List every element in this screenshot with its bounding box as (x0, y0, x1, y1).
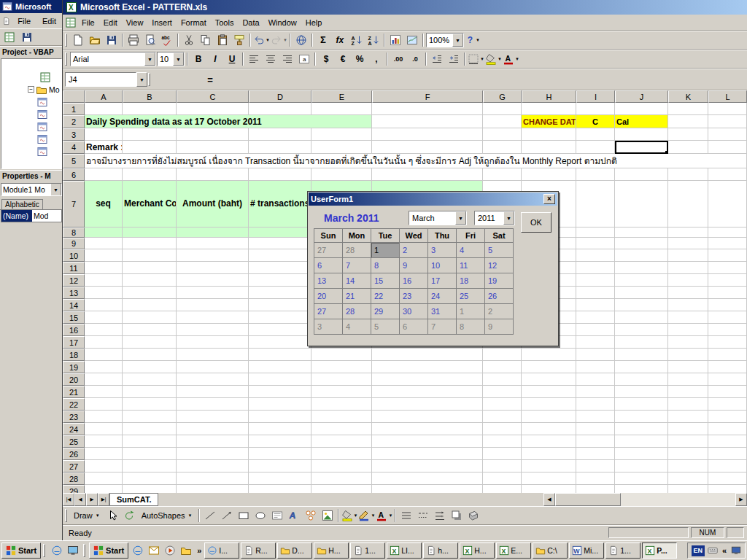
cell-L10[interactable] (708, 249, 747, 262)
column-header-B[interactable]: B (123, 90, 177, 103)
text-box-button[interactable] (269, 508, 285, 523)
cell-B29[interactable] (123, 485, 177, 493)
name-box-dropdown-icon[interactable]: ▼ (136, 72, 147, 87)
calendar-day-cell[interactable]: 2 (485, 304, 514, 319)
row-header-10[interactable]: 10 (63, 249, 85, 262)
cell-C9[interactable] (177, 238, 249, 249)
cell-L12[interactable] (708, 274, 747, 287)
print-button[interactable] (125, 33, 142, 47)
column-header-L[interactable]: L (708, 90, 747, 103)
cell-I8[interactable] (576, 228, 615, 238)
calendar-day-cell[interactable]: 7 (343, 258, 371, 273)
task-button[interactable]: h... (423, 542, 458, 559)
taskbar-icon-media-player[interactable] (162, 542, 178, 559)
vba-tree-item-modules-folder[interactable]: − Mo (1, 83, 61, 96)
cell-D17[interactable] (249, 336, 311, 349)
calendar-day-cell[interactable]: 30 (400, 304, 428, 319)
cell-E29[interactable] (311, 485, 372, 493)
cell-J12[interactable] (615, 274, 668, 287)
cell-L3[interactable] (708, 128, 747, 141)
tray-expand-icon[interactable]: « (721, 546, 728, 555)
cell-L27[interactable] (708, 460, 747, 472)
calendar-day-cell[interactable]: 12 (485, 258, 514, 273)
arrow-style-button[interactable] (432, 508, 448, 523)
cell-H19[interactable] (522, 361, 576, 373)
task-button[interactable]: R... (241, 542, 276, 559)
select-all-button[interactable] (63, 90, 85, 103)
cell-I12[interactable] (576, 274, 615, 287)
name-box[interactable]: J4 (65, 72, 136, 87)
row-header-8[interactable]: 8 (63, 228, 85, 238)
cell-C3[interactable] (177, 128, 249, 141)
language-indicator[interactable]: EN (692, 545, 705, 556)
cell-A16[interactable] (85, 324, 123, 336)
cell-G19[interactable] (483, 361, 522, 373)
rectangle-button[interactable] (236, 508, 252, 523)
cell-E27[interactable] (311, 460, 372, 472)
cell-B14[interactable] (123, 299, 177, 311)
cell-H29[interactable] (522, 485, 576, 493)
cell-C21[interactable] (177, 386, 249, 398)
cell-C18[interactable] (177, 349, 249, 361)
row-header-29[interactable]: 29 (63, 485, 85, 493)
previous-sheet-button[interactable]: ◀ (74, 493, 86, 506)
row-header-20[interactable]: 20 (63, 373, 85, 386)
cell-J4[interactable] (615, 141, 668, 154)
cell-A6[interactable] (85, 168, 123, 181)
cell-L1[interactable] (708, 103, 747, 115)
cell-F4[interactable] (372, 141, 483, 154)
cell-K14[interactable] (668, 299, 708, 311)
cell-C26[interactable] (177, 448, 249, 460)
calendar-day-cell[interactable]: 9 (485, 319, 514, 335)
cell-B15[interactable] (123, 311, 177, 324)
cell-F25[interactable] (372, 435, 483, 448)
row-header-7[interactable]: 7 (63, 181, 85, 228)
save-button[interactable] (19, 30, 35, 44)
cell-D12[interactable] (249, 274, 311, 287)
cell-L6[interactable] (708, 168, 747, 181)
calendar-day-cell[interactable]: 2 (400, 243, 428, 258)
cell-A12[interactable] (85, 274, 123, 287)
cell-L19[interactable] (708, 361, 747, 373)
cell-L26[interactable] (708, 448, 747, 460)
cell-F23[interactable] (372, 411, 483, 423)
cell-B17[interactable] (123, 336, 177, 349)
cell-C23[interactable] (177, 411, 249, 423)
cell-F6[interactable] (372, 168, 483, 181)
cell-D1[interactable] (249, 103, 311, 115)
cell-K3[interactable] (668, 128, 708, 141)
cell-K11[interactable] (668, 262, 708, 274)
cell-L11[interactable] (708, 262, 747, 274)
cell-B22[interactable] (123, 398, 177, 411)
chevron-down-icon[interactable]: ▼ (476, 38, 480, 42)
cell-K27[interactable] (668, 460, 708, 472)
cell-J10[interactable] (615, 249, 668, 262)
row-header-6[interactable]: 6 (63, 168, 85, 181)
cell-D18[interactable] (249, 349, 311, 361)
chevron-down-icon[interactable]: ▼ (388, 513, 392, 518)
cell-B23[interactable] (123, 411, 177, 423)
cell-J28[interactable] (615, 472, 668, 485)
row-header-26[interactable]: 26 (63, 448, 85, 460)
column-header-K[interactable]: K (668, 90, 708, 103)
cell-L29[interactable] (708, 485, 747, 493)
font-color-button[interactable]: A▼ (503, 52, 519, 66)
cell-F24[interactable] (372, 423, 483, 435)
row-header-18[interactable]: 18 (63, 349, 85, 361)
cell-C25[interactable] (177, 435, 249, 448)
calendar-day-cell[interactable]: 20 (314, 289, 343, 304)
cell-B25[interactable] (123, 435, 177, 448)
cell-J21[interactable] (615, 386, 668, 398)
cell-K2[interactable] (668, 115, 708, 128)
cell-I13[interactable] (576, 287, 615, 299)
row-header-22[interactable]: 22 (63, 398, 85, 411)
cell-L21[interactable] (708, 386, 747, 398)
calendar-day-cell[interactable]: 8 (371, 258, 400, 273)
clip-art-button[interactable] (320, 508, 336, 523)
calendar-day-cell[interactable]: 3 (314, 319, 343, 335)
vba-module-item[interactable] (1, 96, 61, 108)
row-header-15[interactable]: 15 (63, 311, 85, 324)
cell-D26[interactable] (249, 448, 311, 460)
cell-L9[interactable] (708, 238, 747, 249)
cell-A21[interactable] (85, 386, 123, 398)
